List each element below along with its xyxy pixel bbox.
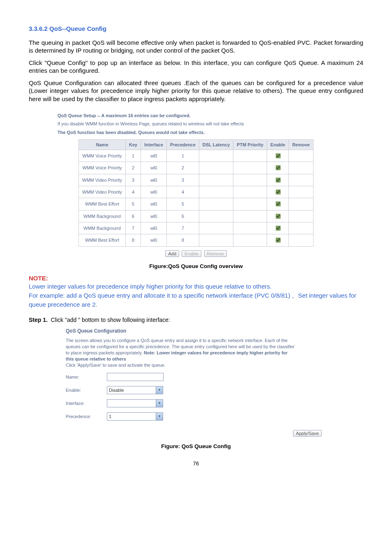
cell-remove [289,198,314,210]
remove-button[interactable]: Remove [204,250,227,257]
enable-checkbox[interactable] [276,201,281,206]
cell-key: 6 [126,210,141,222]
cell-enable [267,150,289,162]
paragraph-1: The queuing in packet QoS will become ef… [29,39,363,55]
note-line-2: For example: add a QoS queue entry and a… [29,291,363,309]
label-enable: Enable: [66,387,107,393]
enable-checkbox[interactable] [276,190,281,194]
table-row: WMM Video Priority3wl03 [79,174,314,186]
note-label: NOTE: [29,274,363,282]
table-row: WMM Best Effort5wl05 [79,198,314,210]
cell-interface: wl0 [141,222,167,234]
enable-checkbox[interactable] [276,165,281,170]
cell-remove [289,234,314,246]
enable-select[interactable]: Disable ▼ [107,386,163,394]
cell-key: 3 [126,174,141,186]
table-row: WMM Voice Priority2wl02 [79,162,314,174]
enable-checkbox[interactable] [276,214,281,219]
cell-key: 7 [126,222,141,234]
cell-enable [267,162,289,174]
enable-select-value: Disable [107,387,156,393]
cell-precedence: 1 [167,150,199,162]
add-button[interactable]: Add [165,250,179,257]
qos-queue-configuration-block: QoS Queue Configuration The screen allow… [66,328,363,421]
cell-precedence: 6 [167,210,199,222]
cell-ptm-priority [233,186,267,198]
paragraph-2: Click "Queue Config" to pop up an interf… [29,59,363,75]
enable-checkbox[interactable] [276,226,281,231]
cell-remove [289,162,314,174]
figure-caption-2: Figure: QoS Queue Config [29,443,363,450]
cell-key: 2 [126,162,141,174]
cell-ptm-priority [233,162,267,174]
chevron-down-icon: ▼ [156,413,163,420]
cell-dsl-latency [199,198,233,210]
cell-enable [267,186,289,198]
setup-title: QoS Queue Setup -- A maximum 16 entries … [58,113,363,118]
cell-dsl-latency [199,186,233,198]
section-heading: 3.3.6.2 QoS--Queue Config [29,25,363,33]
step-1-text: Click "add " bottom to show following in… [51,317,170,323]
th-key: Key [126,139,141,150]
cell-name: WMM Video Priority [79,186,126,198]
cell-key: 1 [126,150,141,162]
th-name: Name [79,139,126,150]
row-interface: Interface: ▼ [66,399,363,407]
cell-ptm-priority [233,210,267,222]
cell-key: 5 [126,198,141,210]
conf-title: QoS Queue Configuration [66,328,363,335]
cell-precedence: 4 [167,186,199,198]
setup-disabled-note: The QoS function has been disabled. Queu… [58,130,363,135]
enable-checkbox[interactable] [276,238,281,243]
cell-precedence: 5 [167,198,199,210]
apply-save-button[interactable]: Apply/Save [293,430,322,437]
conf-desc-2: Click 'Apply/Save' to save and activate … [66,363,166,368]
cell-remove [289,222,314,234]
table-header-row: Name Key Interface Precedence DSL Latenc… [79,139,314,150]
cell-dsl-latency [199,222,233,234]
cell-dsl-latency [199,162,233,174]
cell-precedence: 2 [167,162,199,174]
cell-ptm-priority [233,174,267,186]
table-row: WMM Video Priority4wl04 [79,186,314,198]
table-row: WMM Background7wl07 [79,222,314,234]
queue-setup-block: QoS Queue Setup -- A maximum 16 entries … [58,113,363,135]
cell-name: WMM Best Effort [79,198,126,210]
enable-checkbox[interactable] [276,153,281,158]
cell-name: WMM Background [79,210,126,222]
cell-dsl-latency [199,210,233,222]
enable-button[interactable]: Enable [182,250,201,257]
interface-select[interactable]: ▼ [107,399,163,407]
cell-interface: wl0 [141,234,167,246]
cell-name: WMM Voice Priority [79,150,126,162]
chevron-down-icon: ▼ [156,386,163,394]
precedence-select[interactable]: 1 ▼ [107,412,163,421]
name-input[interactable] [107,373,164,381]
cell-ptm-priority [233,150,267,162]
cell-enable [267,234,289,246]
cell-remove [289,150,314,162]
cell-precedence: 7 [167,222,199,234]
cell-ptm-priority [233,198,267,210]
th-precedence: Precedence [167,139,199,150]
enable-checkbox[interactable] [276,178,281,183]
figure-caption-1: Figure:QoS Queue Config overview [29,263,363,270]
label-precedence: Precedence: [66,414,107,419]
cell-remove [289,186,314,198]
cell-interface: wl0 [141,210,167,222]
cell-key: 4 [126,186,141,198]
cell-enable [267,174,289,186]
paragraph-3: QoS Queue Configuration can allocated th… [29,79,363,103]
row-precedence: Precedence: 1 ▼ [66,412,363,421]
apply-row: Apply/Save [29,429,322,437]
th-interface: Interface [141,139,167,150]
chevron-down-icon: ▼ [156,400,163,407]
th-ptm-priority: PTM Priority [233,139,267,150]
cell-precedence: 8 [167,234,199,246]
cell-ptm-priority [233,234,267,246]
cell-remove [289,210,314,222]
label-name: Name: [66,374,107,380]
cell-interface: wl0 [141,198,167,210]
cell-name: WMM Background [79,222,126,234]
cell-key: 8 [126,234,141,246]
